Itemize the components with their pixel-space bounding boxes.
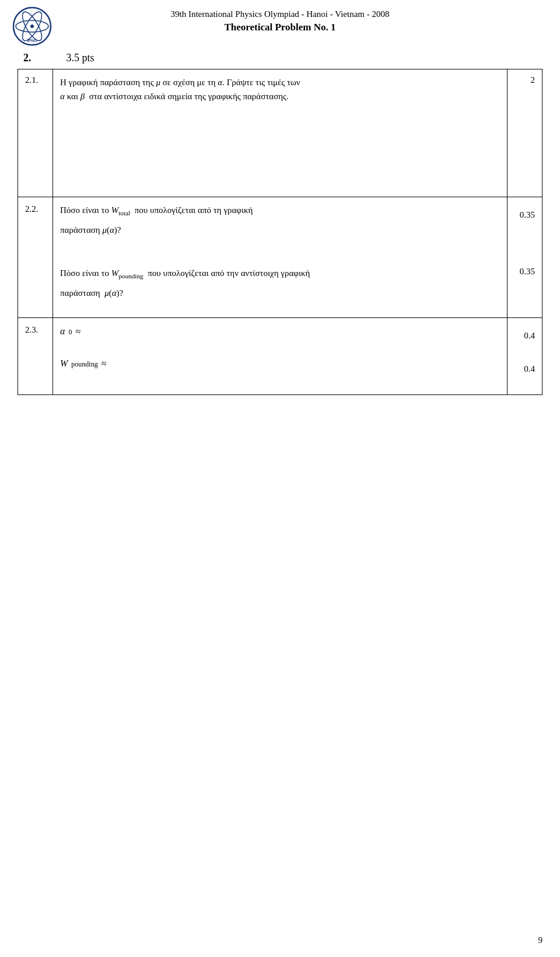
main-table: 2.1. Η γραφική παράσταση της μ σε σχέση … (18, 69, 542, 395)
row-2-1-text1: Η γραφική παράσταση της (60, 78, 156, 87)
row-2-1-mu: μ (156, 78, 160, 87)
row-2-2a-text5: )? (114, 225, 121, 235)
row-2-2-num: 2.2. (18, 197, 53, 317)
page-number: 9 (538, 935, 543, 945)
row-2-2b-mu-alpha: μ (104, 288, 109, 298)
row-2-2a-wtotal-sub: total (118, 209, 130, 216)
row-2-2b-text1: Πόσο είναι το (60, 268, 111, 278)
row-2-2a-mu-alpha: μ (102, 225, 107, 235)
row-2-3-wpounding: W (60, 356, 68, 371)
row-2-2a-wtotal: W (111, 205, 119, 215)
row-2-3-wpounding-line: Wpounding ≈ (60, 356, 500, 371)
header-line1: 39th International Physics Olympiad - Ha… (170, 8, 389, 20)
logo: IPhO (12, 6, 54, 48)
row-2-2b-text3: παράσταση (60, 288, 104, 298)
row-2-1-text2: σε σχέση με τη (160, 78, 218, 87)
page: IPhO 39th International Physics Olympiad… (0, 0, 560, 957)
row-2-2-points-top: 0.35 (514, 203, 535, 220)
row-2-3-num: 2.3. (18, 317, 53, 394)
row-2-3-points: 0.4 0.4 (508, 317, 542, 394)
row-2-2b-content: Πόσο είναι το Wpounding που υπολογίζεται… (60, 266, 500, 281)
row-2-3-content: α0 ≈ Wpounding ≈ (53, 317, 508, 394)
row-2-2b-content2: παράσταση μ(α)? (60, 286, 500, 300)
row-2-1-content: Η γραφική παράσταση της μ σε σχέση με τη… (53, 69, 508, 197)
svg-text:IPhO: IPhO (27, 39, 37, 43)
row-2-3-points-bottom: 0.4 (514, 341, 535, 374)
row-2-1-num: 2.1. (18, 69, 53, 197)
content: 2. 3.5 pts 2.1. Η γραφική παράσταση της … (0, 40, 560, 407)
row-2-2a-text2: που υπολογίζεται από τη γραφική (130, 205, 253, 215)
row-2-2b-wpounding: W (111, 268, 119, 278)
row-2-1-text3: . Γράψτε τις τιμές των (222, 78, 300, 87)
row-2-2a-alpha-paren: α (110, 225, 114, 235)
row-2-2b-alpha-paren: α (112, 288, 117, 298)
section-number: 2. (23, 52, 32, 64)
row-2-2-content: Πόσο είναι το Wtotal που υπολογίζεται απ… (53, 197, 508, 317)
row-2-1-text5: στα αντίστοιχα ειδικά σημεία της γραφική… (85, 92, 289, 101)
table-row-2-1: 2.1. Η γραφική παράσταση της μ σε σχέση … (18, 69, 542, 197)
row-2-1-points: 2 (508, 69, 542, 197)
row-2-2-points: 0.35 0.35 (508, 197, 542, 317)
svg-point-4 (30, 25, 34, 28)
row-2-2b-text5: )? (117, 288, 124, 298)
header-line2: Theoretical Problem No. 1 (170, 20, 389, 34)
section-heading: 2. 3.5 pts (18, 46, 542, 69)
row-2-3-alpha0: α (60, 324, 65, 339)
table-row-2-3: 2.3. α0 ≈ Wpounding ≈ 0.4 0.4 (18, 317, 542, 394)
row-2-3-points-top: 0.4 (514, 324, 535, 341)
table-row-2-2: 2.2. Πόσο είναι το Wtotal που υπολογίζετ… (18, 197, 542, 317)
row-2-1-alpha2: α (60, 92, 65, 101)
row-2-3-approx1: ≈ (75, 324, 80, 339)
row-2-3-alpha0-line: α0 ≈ (60, 324, 500, 339)
row-2-2b-wpounding-sub: pounding (118, 273, 144, 280)
header: IPhO 39th International Physics Olympiad… (0, 0, 560, 40)
row-2-2-points-bottom: 0.35 (514, 220, 535, 277)
row-2-1-alpha: α (218, 78, 222, 87)
row-2-3-alpha0-sub: 0 (68, 327, 72, 338)
row-2-2a-text1: Πόσο είναι το (60, 205, 111, 215)
section-pts: 3.5 pts (66, 52, 94, 64)
row-2-1-text4: και (65, 92, 80, 101)
row-2-3-wpounding-sub: pounding (71, 359, 97, 370)
row-2-2b-text2: που υπολογίζεται από την αντίστοιχη γραφ… (144, 268, 310, 278)
row-2-2a-content2: παράσταση μ(α)? (60, 223, 500, 237)
row-2-2a-content: Πόσο είναι το Wtotal που υπολογίζεται απ… (60, 203, 500, 218)
header-text: 39th International Physics Olympiad - Ha… (170, 8, 389, 34)
row-2-2a-text3: παράσταση (60, 225, 102, 235)
row-2-3-approx2: ≈ (102, 356, 107, 371)
